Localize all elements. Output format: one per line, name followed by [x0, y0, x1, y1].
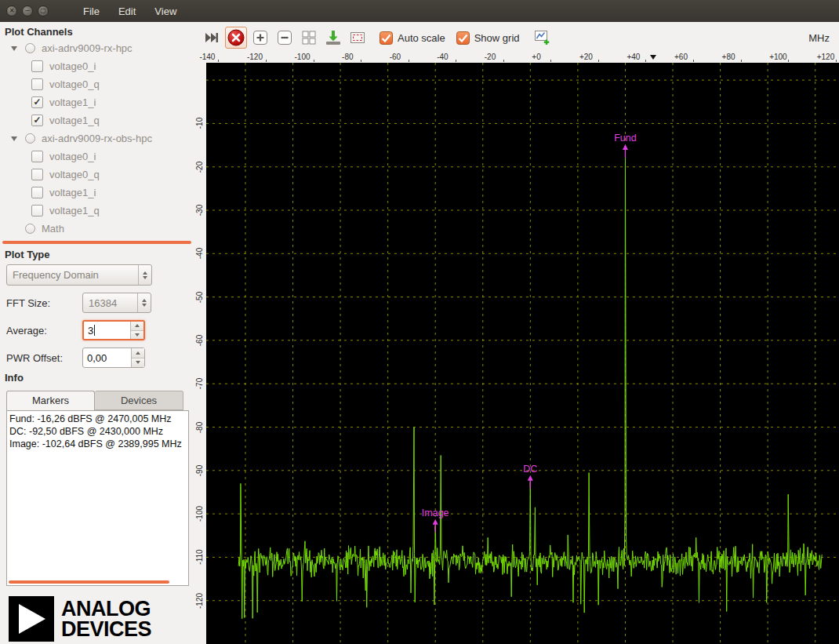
checkbox-icon[interactable]: [31, 60, 43, 72]
x-tick-mark: [218, 60, 219, 62]
show-grid-control: Show grid: [456, 31, 520, 45]
x-tick-label: -60: [390, 53, 421, 61]
spinner-arrows-icon[interactable]: [130, 322, 143, 339]
y-axis-ruler[interactable]: -10-20-30-40-50-60-70-80-90-100-110-120: [194, 63, 206, 644]
y-tick-label: -70: [194, 368, 205, 399]
x-tick-mark: [788, 60, 789, 62]
capture-button[interactable]: [201, 27, 223, 49]
expander-icon[interactable]: [11, 136, 17, 141]
y-tick-label: -100: [194, 498, 205, 529]
checkbox-icon[interactable]: [31, 187, 43, 198]
plot-type-select[interactable]: Frequency Domain: [6, 264, 152, 286]
zoom-fit-button[interactable]: [298, 27, 320, 49]
checkbox-icon[interactable]: [31, 205, 43, 216]
tree-item-axi-adrv9009-rx-obs-hpc[interactable]: axi-adrv9009-rx-obs-hpc: [0, 129, 194, 147]
tab-devices[interactable]: Devices: [95, 391, 183, 410]
x-tick-mark: [361, 60, 361, 62]
pwr-offset-value: 0,00: [87, 352, 107, 364]
minimize-window-icon[interactable]: ─: [22, 5, 33, 16]
tree-item-voltage1-i[interactable]: ✓voltage1_i: [0, 93, 194, 111]
y-tick-label: -110: [194, 541, 205, 573]
close-window-icon[interactable]: ✕: [6, 5, 17, 16]
average-value: 3: [88, 325, 93, 337]
maximize-window-icon[interactable]: ▢: [38, 5, 49, 16]
x-tick-label: -140: [199, 53, 231, 61]
y-tick-label: -60: [194, 325, 205, 356]
show-grid-checkbox[interactable]: [456, 31, 470, 45]
radio-icon[interactable]: [25, 133, 35, 144]
x-tick-mark: [598, 60, 599, 62]
x-tick-label: +60: [674, 53, 706, 61]
pwr-offset-spinbox[interactable]: 0,00: [82, 347, 145, 368]
new-plot-button[interactable]: [531, 27, 553, 49]
tree-item-voltage1-i[interactable]: voltage1_i: [0, 184, 194, 202]
logo-line1: ANALOG: [61, 599, 151, 619]
x-tick-label: -120: [247, 53, 278, 61]
average-spinbox[interactable]: 3: [82, 320, 145, 340]
menu-edit[interactable]: Edit: [118, 5, 136, 17]
x-tick-mark: [645, 60, 646, 62]
checkbox-icon[interactable]: [31, 169, 43, 180]
menu-file[interactable]: File: [83, 5, 100, 17]
marker-info-dc: DC: -92,50 dBFS @ 2430,000 MHz: [9, 425, 188, 438]
fft-size-select[interactable]: 16384: [82, 293, 151, 313]
tree-item-math[interactable]: Math: [0, 220, 194, 238]
tree-item-voltage1-q[interactable]: ✓voltage1_q: [0, 111, 194, 129]
tab-markers[interactable]: Markers: [6, 391, 95, 410]
y-tick-label: -30: [194, 195, 205, 226]
x-tick-mark: [456, 60, 456, 62]
radio-icon[interactable]: [25, 43, 35, 53]
markers-info-box[interactable]: Fund: -16,26 dBFS @ 2470,005 MHz DC: -92…: [6, 410, 189, 586]
logo-line2: DEVICES: [61, 619, 151, 639]
tree-item-axi-adrv9009-rx-hpc[interactable]: axi-adrv9009-rx-hpc: [0, 39, 194, 57]
zoom-out-icon: [276, 29, 293, 46]
svg-text:Image: Image: [422, 508, 449, 518]
stop-capture-button[interactable]: [225, 27, 247, 49]
tree-item-voltage0-q[interactable]: voltage0_q: [0, 75, 194, 93]
marker-info-fund: Fund: -16,26 dBFS @ 2470,005 MHz: [9, 413, 188, 425]
y-tick-label: -20: [194, 151, 205, 183]
tree-scrollbar[interactable]: [2, 241, 191, 244]
marker-selector-arrow[interactable]: [650, 55, 656, 60]
x-tick-label: +0: [532, 53, 563, 61]
checkbox-icon[interactable]: ✓: [31, 115, 43, 126]
stop-icon: [227, 28, 245, 47]
expander-icon[interactable]: [11, 46, 17, 51]
spectrum-plot[interactable]: ImageDCFund: [206, 63, 839, 644]
y-tick-label: -90: [194, 455, 205, 486]
tree-item-label: voltage1_q: [49, 115, 100, 126]
x-tick-label: -20: [485, 53, 516, 61]
menu-view[interactable]: View: [154, 5, 176, 17]
save-image-button[interactable]: [322, 27, 344, 49]
y-tick-label: -80: [194, 412, 205, 443]
channel-tree: axi-adrv9009-rx-hpcvoltage0_ivoltage0_q✓…: [0, 39, 194, 238]
checkbox-icon[interactable]: ✓: [31, 96, 43, 108]
fullscreen-button[interactable]: [347, 27, 369, 49]
marker-info-image: Image: -102,64 dBFS @ 2389,995 MHz: [9, 438, 188, 450]
zoom-in-button[interactable]: [249, 27, 271, 49]
tree-item-label: voltage0_i: [49, 151, 96, 162]
spinner-arrows-icon[interactable]: [131, 348, 144, 367]
info-scrollbar[interactable]: [9, 580, 169, 584]
tree-item-voltage1-q[interactable]: voltage1_q: [0, 202, 194, 220]
x-tick-mark: [266, 60, 267, 62]
tree-item-label: axi-adrv9009-rx-hpc: [42, 42, 133, 54]
checkbox-icon[interactable]: [31, 78, 43, 90]
text-caret: [94, 325, 95, 336]
analog-devices-logo: ANALOG DEVICES: [9, 596, 194, 642]
save-image-icon: [324, 28, 343, 47]
tree-item-voltage0-q[interactable]: voltage0_q: [0, 166, 194, 184]
tree-item-voltage0-i[interactable]: voltage0_i: [0, 147, 194, 166]
y-tick-label: -10: [194, 107, 205, 139]
x-tick-label: +100: [769, 53, 801, 61]
x-tick-mark: [836, 60, 837, 62]
radio-icon[interactable]: [25, 224, 35, 234]
x-axis-ruler[interactable]: -140-120-100-80-60-40-20+0+20+40+60+80+1…: [194, 53, 839, 63]
svg-text:Fund: Fund: [614, 133, 637, 144]
checkbox-icon[interactable]: [31, 151, 43, 162]
tree-item-voltage0-i[interactable]: voltage0_i: [0, 57, 194, 75]
y-tick-label: -50: [194, 282, 205, 313]
auto-scale-checkbox[interactable]: [380, 31, 393, 45]
fullscreen-icon: [348, 28, 367, 47]
zoom-out-button[interactable]: [274, 27, 296, 49]
